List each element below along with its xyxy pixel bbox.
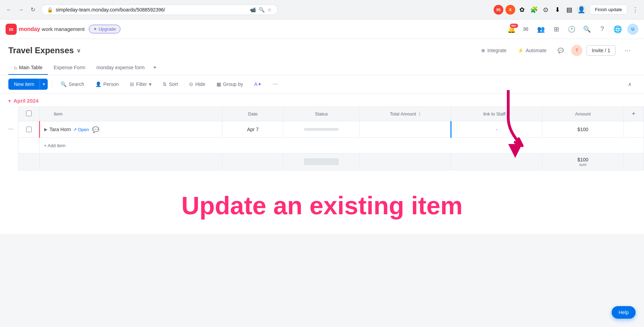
tab-monday-expense-form[interactable]: monday expense form: [91, 61, 150, 75]
header-add-col[interactable]: +: [623, 107, 644, 121]
hide-button[interactable]: ⊙ Hide: [185, 79, 210, 89]
forward-button[interactable]: →: [16, 5, 26, 15]
open-icon: ↗: [73, 127, 77, 132]
row-total-amount-cell[interactable]: [360, 121, 451, 138]
collapse-button[interactable]: ∧: [624, 79, 636, 89]
add-column-icon[interactable]: +: [632, 110, 636, 117]
filter-chevron-icon: ▾: [149, 81, 151, 87]
row-date-cell[interactable]: Apr 7: [222, 121, 283, 138]
people-icon[interactable]: 👥: [535, 24, 547, 35]
board-title[interactable]: Travel Expenses ∨: [8, 46, 81, 55]
user-avatar[interactable]: U: [627, 24, 638, 35]
invite-button[interactable]: Invite / 1: [587, 45, 615, 56]
sort-button[interactable]: ⇅ Sort: [158, 79, 182, 89]
address-bar[interactable]: 🔒 simpleday-team.monday.com/boards/50885…: [41, 5, 278, 15]
more-toolbar-button[interactable]: ⋯: [269, 79, 282, 89]
row-item-cell: ▶ Tara Horn ↗ Open 💬: [40, 121, 222, 138]
history-icon[interactable]: 🕐: [566, 24, 577, 35]
toolbar-sep-1: [52, 81, 52, 88]
header-amount: Amount: [542, 107, 623, 121]
select-all-checkbox[interactable]: [26, 111, 32, 116]
new-item-dropdown-button[interactable]: ▾: [40, 79, 48, 90]
row-link-staff-cell[interactable]: -: [451, 121, 542, 138]
collapse-icon[interactable]: ∧: [624, 79, 636, 89]
board-actions: ⊕ Integrate ⚡ Automate 💬 T Invite / 1 ⋯: [478, 45, 636, 56]
zoom-icon[interactable]: 🔍: [259, 7, 265, 13]
help-button[interactable]: Help: [612, 306, 636, 319]
ext-monday-icon[interactable]: 95: [494, 5, 503, 15]
person-icon: 👤: [95, 81, 101, 87]
row-amount-cell[interactable]: $100: [542, 121, 623, 138]
filter-button[interactable]: ⊟ Filter ▾: [126, 79, 156, 89]
notification-bell[interactable]: 🔔 99+: [507, 25, 516, 33]
ext-flower-icon[interactable]: ✿: [517, 5, 527, 15]
tab-add-button[interactable]: +: [150, 61, 160, 75]
data-table: Item Date Status Total Amount ℹ: [18, 106, 644, 170]
header-status: Status: [283, 107, 360, 121]
reload-button[interactable]: ↻: [28, 5, 38, 15]
add-item-inner: + Add item: [40, 138, 644, 153]
add-item-cell[interactable]: + Add item: [40, 138, 644, 153]
sum-link-cell: [451, 153, 542, 170]
home-icon: ⌂: [14, 65, 17, 70]
sort-icon: ⇅: [163, 81, 167, 87]
search-button[interactable]: 🔍 Search: [56, 79, 88, 89]
person-button[interactable]: 👤 Person: [91, 79, 123, 89]
total-amount-info-icon[interactable]: ℹ: [419, 111, 421, 117]
tabs: ⌂ Main Table Expense Form monday expense…: [8, 61, 636, 75]
bookmark-icon[interactable]: ☆: [267, 7, 272, 13]
ext-puzzle-icon[interactable]: 🧩: [529, 5, 539, 15]
link-to-staff-info-icon[interactable]: ℹ: [508, 111, 510, 117]
search-icon[interactable]: 🔍: [581, 24, 592, 35]
add-item-row[interactable]: + Add item: [18, 138, 644, 153]
open-item-link[interactable]: ↗ Open: [73, 127, 89, 132]
automate-button[interactable]: ⚡ Automate: [514, 46, 550, 55]
notification-badge: 99+: [510, 24, 518, 28]
help-icon[interactable]: ?: [597, 24, 608, 35]
logo: m monday work management: [6, 24, 85, 35]
automate-icon: ⚡: [518, 48, 524, 53]
group-by-button[interactable]: ▦ Group by: [212, 79, 248, 89]
row-options-icon[interactable]: ⋯: [8, 126, 13, 132]
row-add-cell: [623, 121, 644, 138]
back-button[interactable]: ←: [4, 5, 14, 15]
row-checkbox-cell: [18, 121, 40, 138]
browser-extensions: 95 6 ✿ 🧩 ⊙ ⬇ ▤ 👤: [494, 5, 586, 15]
ext-sidebar-icon[interactable]: ▤: [565, 5, 574, 15]
tab-expense-form[interactable]: Expense Form: [48, 61, 91, 75]
finish-update-button[interactable]: Finish update: [590, 5, 627, 15]
table-header-row: Item Date Status Total Amount ℹ: [18, 107, 644, 121]
ext-download-icon[interactable]: ⬇: [553, 5, 563, 15]
url-text: simpleday-team.monday.com/boards/5088592…: [56, 7, 247, 13]
user-profile-icon[interactable]: 👤: [576, 5, 586, 15]
hide-icon: ⊙: [189, 81, 193, 87]
bottom-text: Update an existing item: [0, 170, 644, 234]
search-icon: 🔍: [61, 81, 66, 87]
inbox-icon[interactable]: ✉: [520, 24, 531, 35]
row-status-cell[interactable]: [283, 121, 360, 138]
integrate-icon: ⊕: [481, 48, 485, 53]
row-checkbox[interactable]: [26, 127, 32, 132]
integrate-button[interactable]: ⊕ Integrate: [478, 46, 510, 55]
add-item-checkbox-cell: [18, 138, 40, 153]
row-date-inner: Apr 7: [222, 122, 283, 137]
sum-total-cell: [360, 153, 451, 170]
comment-button[interactable]: 💬: [91, 125, 100, 134]
row-expand-icon[interactable]: ▶: [44, 127, 47, 132]
ai-button[interactable]: A✦: [250, 79, 266, 89]
lang-icon[interactable]: 🌐: [612, 24, 623, 35]
title-chevron-icon: ∨: [77, 47, 81, 54]
ext-chrome-icon[interactable]: ⊙: [541, 5, 551, 15]
new-item-button[interactable]: New item: [8, 79, 40, 90]
status-badge[interactable]: [304, 128, 339, 131]
grid-icon[interactable]: ⊞: [551, 24, 562, 35]
board-more-button[interactable]: ⋯: [620, 45, 636, 56]
group-chevron-icon[interactable]: ▾: [8, 98, 11, 104]
comments-icon[interactable]: 💬: [554, 46, 567, 55]
board-user-avatar[interactable]: T: [571, 45, 582, 56]
cast-icon[interactable]: 📹: [250, 7, 256, 13]
tab-main-table[interactable]: ⌂ Main Table: [8, 61, 48, 75]
browser-more-button[interactable]: ⋮: [631, 5, 640, 15]
upgrade-button[interactable]: ✦ Upgrade: [89, 25, 120, 33]
ext-six-icon[interactable]: 6: [505, 5, 515, 15]
